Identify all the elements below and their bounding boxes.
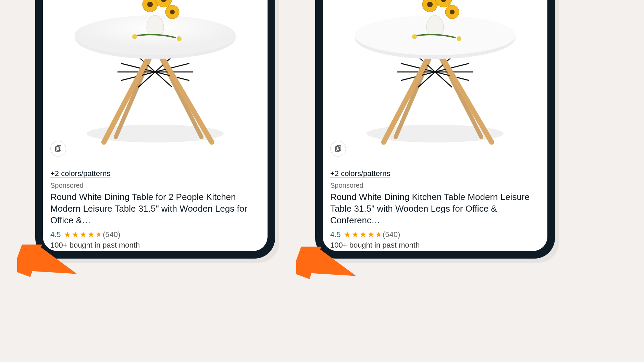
add-to-collection-button[interactable] [330,141,346,157]
add-to-collection-icon [54,145,62,153]
product-details: +2 colors/patterns Sponsored Round White… [323,163,547,251]
add-to-collection-icon [334,145,342,153]
add-to-collection-button[interactable] [50,141,66,157]
product-image-area[interactable] [43,0,268,163]
product-illustration-table [346,0,524,156]
color-variants-link[interactable]: +2 colors/patterns [50,169,110,178]
product-details: +2 colors/patterns Sponsored Round White… [43,163,268,251]
color-variants-link[interactable]: +2 colors/patterns [330,169,390,178]
star-rating-icon: ★★★★★ [344,230,380,239]
svg-point-9 [170,10,175,14]
product-title[interactable]: Round White Dining Kitchen Table Modern … [330,191,540,226]
phone-screen: Check each product page for other buying… [323,0,547,251]
review-count: (540) [103,230,120,239]
svg-point-5 [147,2,153,7]
svg-point-24 [457,36,461,41]
review-count: (540) [383,230,400,239]
phone-screen: Check each product page for other buying… [43,0,268,251]
rating-value: 4.5 [50,230,61,239]
annotation-arrow-left [17,245,79,282]
rating-row[interactable]: 4.5 ★★★★★ (540) [330,230,540,239]
svg-point-18 [427,2,433,7]
sponsored-label: Sponsored [50,182,260,189]
star-rating-icon: ★★★★★ [64,230,100,239]
sponsored-label: Sponsored [330,182,540,189]
bought-count-text: 100+ bought in past month [50,241,260,250]
bought-count-text: 100+ bought in past month [330,241,540,250]
svg-point-11 [177,36,182,41]
svg-point-23 [412,34,417,39]
phone-mockup-left: Check each product page for other buying… [35,0,275,259]
svg-point-22 [450,10,455,14]
rating-value: 4.5 [330,230,341,239]
annotation-arrow-right [296,247,358,284]
product-image-area[interactable] [323,0,547,163]
svg-point-10 [132,34,137,39]
product-title[interactable]: Round White Dining Table for 2 People Ki… [50,191,260,226]
rating-row[interactable]: 4.5 ★★★★★ (540) [50,230,260,239]
product-illustration-table [66,0,244,156]
phone-mockup-right: Check each product page for other buying… [315,0,555,259]
